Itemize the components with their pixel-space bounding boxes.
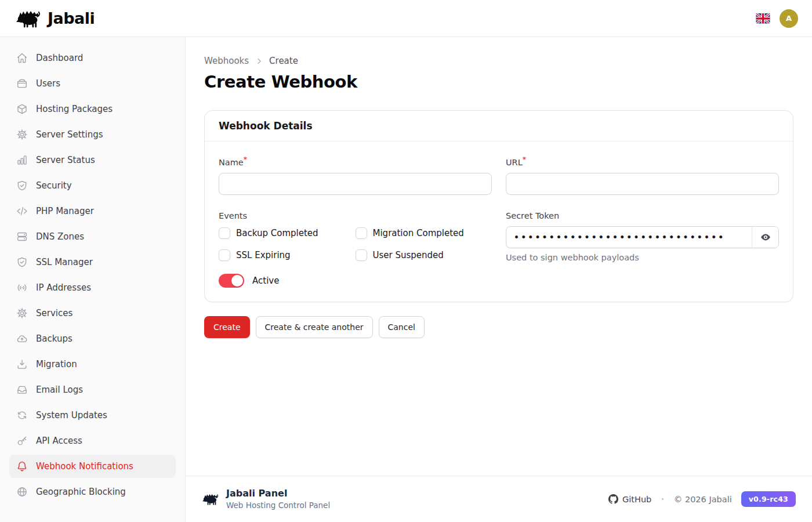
footer-title: Jabali Panel xyxy=(226,488,330,499)
sidebar-item-hosting-packages[interactable]: Hosting Packages xyxy=(9,97,176,121)
boar-icon xyxy=(202,492,219,506)
refresh-icon xyxy=(16,409,28,421)
sidebar-item-dashboard[interactable]: Dashboard xyxy=(9,46,176,70)
uk-flag-icon[interactable] xyxy=(756,13,770,24)
sidebar-item-server-settings[interactable]: Server Settings xyxy=(9,123,176,146)
gear-icon xyxy=(16,129,28,140)
page-title: Create Webhook xyxy=(204,72,793,92)
card-header: Webhook Details xyxy=(205,111,793,142)
url-label: URL* xyxy=(506,155,779,167)
sidebar-nav: Dashboard Users Hosting Packages Server … xyxy=(0,37,186,522)
secret-token-input[interactable]: •••••••••••••••••••••••••••••• xyxy=(506,227,752,248)
url-input[interactable] xyxy=(506,173,779,195)
name-input[interactable] xyxy=(219,173,492,195)
sidebar-item-services[interactable]: Services xyxy=(9,302,176,325)
event-option-user-suspended[interactable]: User Suspended xyxy=(356,249,492,261)
checkbox[interactable] xyxy=(219,227,230,239)
webhook-details-card: Webhook Details Name* URL* Events xyxy=(204,110,793,302)
active-toggle-row: Active xyxy=(219,274,492,288)
sidebar-item-migration[interactable]: Migration xyxy=(9,353,176,376)
footer: Jabali Panel Web Hosting Control Panel G… xyxy=(186,476,812,522)
sidebar-item-email-logs[interactable]: Email Logs xyxy=(9,378,176,401)
shield-check-icon xyxy=(16,256,28,268)
sidebar-item-security[interactable]: Security xyxy=(9,174,176,197)
globe-icon xyxy=(16,486,28,498)
sidebar-item-system-updates[interactable]: System Updates xyxy=(9,404,176,427)
breadcrumb: Webhooks Create xyxy=(204,56,793,66)
event-option-ssl-expiring[interactable]: SSL Expiring xyxy=(219,249,356,261)
checkbox[interactable] xyxy=(356,227,367,239)
sidebar-item-ip-addresses[interactable]: IP Addresses xyxy=(9,276,176,299)
active-label: Active xyxy=(252,276,279,286)
url-field-group: URL* xyxy=(506,155,779,195)
shield-check-icon xyxy=(16,180,28,191)
reveal-password-button[interactable] xyxy=(752,227,778,248)
breadcrumb-current: Create xyxy=(269,56,298,66)
card-title: Webhook Details xyxy=(219,120,313,132)
github-icon xyxy=(608,494,618,504)
sidebar-item-users[interactable]: Users xyxy=(9,72,176,95)
sidebar-item-backups[interactable]: Backups xyxy=(9,327,176,350)
server-stack-icon xyxy=(16,231,28,242)
name-label: Name* xyxy=(219,155,492,167)
sidebar-item-server-status[interactable]: Server Status xyxy=(9,148,176,172)
events-field-group: Events Backup Completed Migration Comple… xyxy=(219,211,492,288)
top-header: Jabali A xyxy=(0,0,812,37)
sidebar-item-dns-zones[interactable]: DNS Zones xyxy=(9,225,176,248)
brand-name: Jabali xyxy=(48,9,95,27)
bell-icon xyxy=(16,461,28,472)
wallet-icon xyxy=(16,78,28,89)
version-badge: v0.9-rc43 xyxy=(741,491,796,507)
events-label: Events xyxy=(219,211,492,220)
active-toggle[interactable] xyxy=(219,274,244,288)
create-button[interactable]: Create xyxy=(204,316,250,338)
checkbox[interactable] xyxy=(356,249,367,261)
form-actions: Create Create & create another Cancel xyxy=(204,316,793,338)
secret-token-field-group: Secret Token •••••••••••••••••••••••••••… xyxy=(506,211,779,288)
user-avatar[interactable]: A xyxy=(780,9,798,28)
boar-icon xyxy=(15,9,42,28)
sidebar-item-webhook-notifications[interactable]: Webhook Notifications xyxy=(9,455,176,478)
cube-icon xyxy=(16,103,28,115)
sidebar-item-ssl-manager[interactable]: SSL Manager xyxy=(9,251,176,274)
name-field-group: Name* xyxy=(219,155,492,195)
dot-separator: • xyxy=(661,495,665,503)
eye-icon xyxy=(760,232,771,242)
event-option-migration-completed[interactable]: Migration Completed xyxy=(356,227,492,239)
required-asterisk: * xyxy=(523,155,526,164)
github-link[interactable]: GitHub xyxy=(608,494,651,504)
bar-chart-icon xyxy=(16,154,28,166)
brand-logo-link[interactable]: Jabali xyxy=(15,9,95,28)
home-icon xyxy=(16,52,28,64)
breadcrumb-webhooks-link[interactable]: Webhooks xyxy=(204,56,249,66)
event-option-backup-completed[interactable]: Backup Completed xyxy=(219,227,356,239)
toggle-knob xyxy=(231,275,243,287)
key-icon xyxy=(16,435,28,447)
cloud-upload-icon xyxy=(16,333,28,345)
footer-subtitle: Web Hosting Control Panel xyxy=(226,501,330,510)
required-asterisk: * xyxy=(244,155,247,164)
app-window: Jabali A Dashboard xyxy=(0,0,812,522)
code-icon xyxy=(16,205,28,217)
chevron-right-icon xyxy=(255,57,263,66)
secret-token-label: Secret Token xyxy=(506,211,779,220)
sidebar-item-api-access[interactable]: API Access xyxy=(9,429,176,452)
cancel-button[interactable]: Cancel xyxy=(379,316,425,338)
signal-icon xyxy=(16,282,28,293)
main-content: Webhooks Create Create Webhook Webhook D… xyxy=(186,37,812,476)
checkbox[interactable] xyxy=(219,249,230,261)
inbox-icon xyxy=(16,384,28,396)
sidebar-item-php-manager[interactable]: PHP Manager xyxy=(9,200,176,223)
secret-token-helper: Used to sign webhook payloads xyxy=(506,253,779,262)
download-tray-icon xyxy=(16,358,28,370)
gear-icon xyxy=(16,307,28,319)
sidebar-item-geographic-blocking[interactable]: Geographic Blocking xyxy=(9,480,176,503)
copyright: © 2026 Jabali xyxy=(674,495,732,504)
create-and-create-another-button[interactable]: Create & create another xyxy=(256,316,373,338)
